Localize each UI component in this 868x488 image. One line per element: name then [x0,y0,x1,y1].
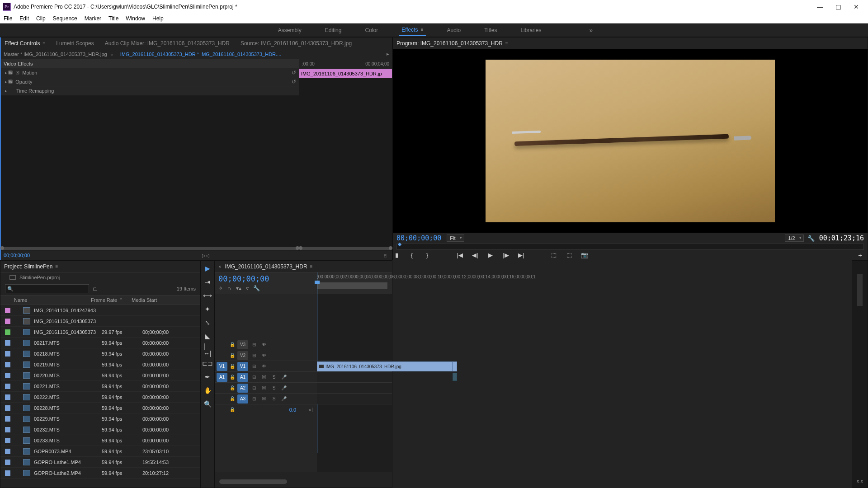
lock-icon[interactable]: 🔓 [229,353,236,358]
track-a1[interactable] [317,372,392,383]
project-column-headers[interactable]: Name Frame Rate ⌃ Media Start [0,295,200,305]
project-item[interactable]: 00233.MTS59.94 fps00:00:00:00 [0,435,200,446]
ec-right-hscrollbar[interactable] [299,246,392,251]
project-item[interactable]: IMG_20161106_01430537329.97 fps00;00;00;… [0,327,200,338]
menu-file[interactable]: File [4,15,12,22]
sync-lock-icon[interactable]: ⊟ [250,385,258,390]
rolling-edit-tool[interactable]: ✦ [203,305,212,313]
minimize-button[interactable]: — [811,0,829,14]
project-item[interactable]: 00221.MTS59.94 fps00:00:00:00 [0,381,200,392]
track-v2[interactable] [317,350,392,361]
menu-help[interactable]: Help [152,15,164,22]
lock-icon[interactable]: 🔓 [229,407,236,412]
project-tab[interactable]: Project: SlimlinePen ≡ [4,263,58,270]
project-item[interactable]: 00229.MTS59.94 fps00:00:00:00 [0,413,200,424]
workspace-tab-libraries[interactable]: Libraries [518,25,544,35]
track-select-tool[interactable]: ⇥ [203,278,212,286]
track-head-v1[interactable]: V1🔓V1⊟👁 [215,361,317,372]
ec-mini-ruler[interactable]: :00;00 00;00;04;00 [299,59,392,69]
mark-in-icon[interactable]: ▮ [393,252,400,258]
lock-icon[interactable]: 🔓 [229,342,236,347]
track-head-a3[interactable]: 🔓A3⊟MS🎤 [215,394,317,404]
mute-icon[interactable]: M [260,385,268,390]
mute-icon[interactable]: M [260,396,268,401]
workspace-tab-color[interactable]: Color [362,25,381,35]
hand-tool[interactable]: ✋ [203,386,212,394]
timeline-hscroll[interactable] [215,472,392,488]
program-scrubber[interactable] [396,244,864,250]
clip-intro-audio[interactable] [453,373,457,381]
clip-image[interactable]: IMG_20161106_014305373_HDR.jpg [317,361,453,371]
lock-icon[interactable]: 🔓 [229,385,236,390]
project-item[interactable]: 00217.MTS59.94 fps00:00:00:00 [0,338,200,348]
wrench-icon[interactable]: 🔧 [253,285,260,291]
export-frame-icon[interactable]: 📷 [581,252,588,258]
solo-icon[interactable]: S [270,385,278,390]
ripple-edit-tool[interactable]: ⟷ [203,291,212,300]
step-fwd-icon[interactable]: |▶ [502,252,509,258]
voice-icon[interactable]: 🎤 [280,375,288,380]
source-tab-1[interactable]: Lumetri Scopes [56,40,94,47]
project-item[interactable]: IMG_20161106_014305373 [0,316,200,327]
track-head-a2[interactable]: 🔓A2⊟MS🎤 [215,383,317,394]
slip-tool[interactable]: |↔| [203,346,212,354]
menu-title[interactable]: Title [108,15,118,22]
settings-wrench-icon[interactable]: 🔧 [807,235,815,242]
workspace-tab-audio[interactable]: Audio [444,25,463,35]
sync-lock-icon[interactable]: ⊟ [250,375,258,380]
close-button[interactable]: ✕ [847,0,865,14]
lock-icon[interactable]: 🔓 [229,364,236,369]
program-tc-in[interactable]: 00;00;00;00 [396,234,441,242]
zoom-tool[interactable]: 🔍 [203,400,212,408]
project-item[interactable]: 00219.MTS59.94 fps00:00:00:00 [0,359,200,370]
clip-intro[interactable]: Intro.MTS [V] [453,361,457,371]
go-to-in-icon[interactable]: |◀ [456,252,463,258]
loop-icon[interactable]: ▷◁ [202,253,209,258]
track-head-a1[interactable]: A1🔓A1⊟MS🎤 [215,372,317,383]
sync-lock-icon[interactable]: ⊟ [250,353,258,358]
effect-opacity[interactable]: ▸fxOpacity↺ [1,77,299,86]
menu-edit[interactable]: Edit [19,15,29,22]
sort-asc-icon[interactable]: ⌃ [119,297,123,303]
source-tab-2[interactable]: Audio Clip Mixer: IMG_20161106_014305373… [105,40,230,47]
settings-icon[interactable]: ▿ [246,285,249,291]
project-item[interactable]: 00222.MTS59.94 fps00:00:00:00 [0,392,200,403]
eye-icon[interactable]: 👁 [260,342,268,347]
source-tab-3[interactable]: Source: IMG_20161106_014305373_HDR.jpg [241,40,352,47]
project-list[interactable]: IMG_20161106_014247943IMG_20161106_01430… [0,305,200,488]
sync-lock-icon[interactable]: ⊟ [250,342,258,347]
ec-timecode[interactable]: 00;00;00;00 [4,253,30,258]
selection-tool[interactable]: ▶ [203,264,212,272]
maximize-button[interactable]: ▢ [829,0,847,14]
project-item[interactable]: 00232.MTS59.94 fps00:00:00:00 [0,424,200,435]
lock-icon[interactable]: 🔓 [229,375,236,380]
resolution-dropdown[interactable]: 1/2 [785,235,803,242]
workspace-tab-assembly[interactable]: Assembly [275,25,304,35]
menu-marker[interactable]: Marker [85,15,101,22]
effect-time-remapping[interactable]: ▸Time Remapping [1,86,299,95]
ec-hscrollbar[interactable] [1,246,299,251]
menu-window[interactable]: Window [126,15,145,22]
bracket-out-icon[interactable]: } [424,252,431,258]
bracket-in-icon[interactable]: { [408,252,415,258]
go-to-out-icon[interactable]: ▶| [518,252,525,258]
reset-icon[interactable]: ↺ [292,79,296,85]
effect-motion[interactable]: ▸fx⊡Motion↺ [1,68,299,77]
button-editor-icon[interactable]: + [858,251,862,259]
master-db[interactable]: 0.0 [289,407,296,413]
solo-icon[interactable]: S [270,396,278,401]
workspace-tab-effects[interactable]: Effects≡ [399,25,426,36]
sequence-tab[interactable]: IMG_20161106_014305373_HDR ≡ [225,263,312,270]
slide-tool[interactable]: ⊏⊐ [203,359,212,367]
panel-menu-icon[interactable]: ≡ [55,264,58,269]
panel-menu-icon[interactable]: ≡ [421,27,424,32]
workspace-tab-editing[interactable]: Editing [322,25,344,35]
export-frame-icon[interactable]: ⎘ [384,253,387,258]
add-marker-icon[interactable]: ▾▴ [236,285,241,291]
audio-meter-bar[interactable] [857,274,863,306]
fit-dropdown[interactable]: Fit [447,235,464,242]
eye-icon[interactable]: 👁 [260,353,268,358]
menu-sequence[interactable]: Sequence [53,15,77,22]
play-arrow-icon[interactable]: ▸ [387,51,389,57]
razor-tool[interactable]: ◣ [203,332,212,340]
